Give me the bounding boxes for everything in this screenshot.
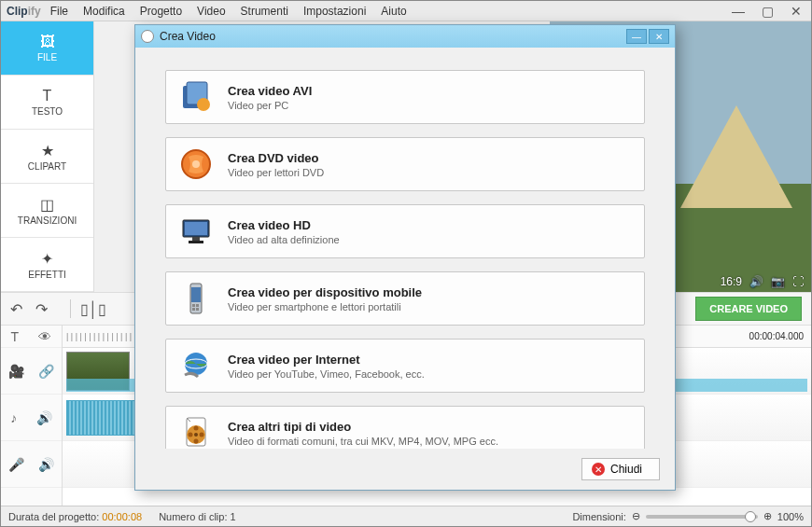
music-track-icon[interactable]: ♪ <box>10 410 17 425</box>
dialog-window-controls: — ✕ <box>626 29 669 44</box>
hd-monitor-icon <box>179 215 213 248</box>
window-controls: — ▢ ✕ <box>728 4 805 19</box>
volume-icon[interactable]: 🔊 <box>749 275 763 288</box>
menu-aiuto[interactable]: Aiuto <box>381 5 406 18</box>
statusbar-right: Dimensioni: ⊖ ⊕ 100% <box>572 510 804 522</box>
option-title: Crea video HD <box>228 218 340 232</box>
redo-button[interactable]: ↷ <box>35 300 48 318</box>
fullscreen-icon[interactable]: ⛶ <box>792 275 804 288</box>
mobile-icon <box>179 282 213 315</box>
dialog-close-button[interactable]: ✕ <box>649 29 669 44</box>
visibility-icon[interactable]: 👁 <box>38 329 51 344</box>
mic-track-icon[interactable]: 🎤 <box>8 457 24 472</box>
svg-rect-12 <box>192 237 200 241</box>
timeline-end-time: 00:00:04.000 <box>749 326 804 348</box>
video-track-controls: 🎥 🔗 <box>1 348 62 395</box>
sidebar-tab-file[interactable]: 🖼 FILE <box>1 21 93 76</box>
sidebar-tab-label: TRANSIZIONI <box>18 215 77 226</box>
dialog-minimize-button[interactable]: — <box>626 29 647 44</box>
left-sidebar: 🖼 FILE T TESTO ★ CLIPART ◫ TRANSIZIONI ✦ <box>1 21 94 292</box>
globe-icon <box>179 349 213 382</box>
menu-modifica[interactable]: Modifica <box>83 5 125 18</box>
option-dvd[interactable]: Crea DVD video Video per lettori DVD <box>165 137 645 191</box>
undo-button[interactable]: ↶ <box>10 300 22 318</box>
option-title: Crea DVD video <box>228 151 324 165</box>
minimize-button[interactable]: — <box>728 4 749 19</box>
close-window-button[interactable]: ✕ <box>787 4 805 19</box>
snapshot-icon[interactable]: 📷 <box>771 275 785 288</box>
menu-progetto[interactable]: Progetto <box>140 5 182 18</box>
timeline-left: T 👁 🎥 🔗 ♪ 🔊 🎤 🔊 <box>1 326 63 506</box>
zoom-in-button[interactable]: ⊕ <box>763 510 772 522</box>
preview-controls: 16:9 🔊 📷 ⛶ <box>721 275 804 288</box>
mute-icon[interactable]: 🔊 <box>38 457 54 472</box>
menu-file[interactable]: File <box>50 5 68 18</box>
dialog-close-footer-button[interactable]: ✕ Chiudi <box>581 458 660 480</box>
sidebar-tab-transizioni[interactable]: ◫ TRANSIZIONI <box>1 184 93 238</box>
option-subtitle: Video ad alta definizione <box>228 234 340 245</box>
statusbar: Durata del progetto: 00:00:08 Numero di … <box>1 506 811 526</box>
menu-strumenti[interactable]: Strumenti <box>241 5 288 18</box>
clip-count: Numero di clip: 1 <box>159 511 236 522</box>
svg-rect-16 <box>192 304 195 307</box>
sidebar-tab-effetti[interactable]: ✦ EFFETTI <box>1 238 93 292</box>
option-mobile[interactable]: Crea video per dispositivo mobile Video … <box>165 271 645 326</box>
option-subtitle: Video per PC <box>228 100 312 111</box>
dialog-body: Crea video AVI Video per PC Crea DVD vid… <box>135 48 675 449</box>
sidebar-tab-label: CLIPART <box>28 161 66 172</box>
svg-rect-13 <box>189 241 203 243</box>
close-button-label: Chiudi <box>610 463 642 476</box>
svg-point-27 <box>189 433 193 437</box>
dimensions-label: Dimensioni: <box>572 511 625 522</box>
sidebar-tab-testo[interactable]: T TESTO <box>1 76 93 130</box>
audio-track-controls: ♪ 🔊 <box>1 395 62 441</box>
image-icon: 🖼 <box>40 34 55 50</box>
menu-impostazioni[interactable]: Impostazioni <box>303 5 366 18</box>
timeline-head-controls: T 👁 <box>1 326 62 348</box>
option-other[interactable]: Crea altri tipi di video Video di format… <box>165 406 645 449</box>
option-title: Crea video AVI <box>228 84 312 98</box>
create-video-dialog: Crea Video — ✕ Crea video AVI Video per … <box>134 24 676 491</box>
option-subtitle: Video per lettori DVD <box>228 167 324 178</box>
aspect-ratio-label[interactable]: 16:9 <box>721 275 742 288</box>
transition-icon: ◫ <box>40 196 54 214</box>
mute-icon[interactable]: 🔊 <box>36 410 52 425</box>
mic-track-controls: 🎤 🔊 <box>1 441 62 488</box>
option-internet[interactable]: Crea video per Internet Video per YouTub… <box>165 339 645 393</box>
option-avi[interactable]: Crea video AVI Video per PC <box>165 70 645 124</box>
svg-point-25 <box>200 433 204 437</box>
create-video-button[interactable]: CREARE VIDEO <box>695 297 802 321</box>
svg-rect-15 <box>191 287 201 302</box>
dialog-icon <box>141 30 154 43</box>
video-track-icon[interactable]: 🎥 <box>8 364 24 379</box>
zoom-slider[interactable] <box>646 515 758 519</box>
project-duration: Durata del progetto: 00:00:08 <box>8 511 142 522</box>
dvd-icon <box>179 147 213 181</box>
text-icon: T <box>43 88 52 104</box>
maximize-button[interactable]: ▢ <box>758 4 777 19</box>
sidebar-tab-clipart[interactable]: ★ CLIPART <box>1 130 93 184</box>
zoom-out-button[interactable]: ⊖ <box>632 510 640 522</box>
film-reel-icon <box>179 416 213 449</box>
svg-point-28 <box>194 433 198 437</box>
option-hd[interactable]: Crea video HD Video ad alta definizione <box>165 204 645 258</box>
menu-video[interactable]: Video <box>197 5 225 18</box>
svg-point-6 <box>197 98 210 111</box>
menubar: Clipify File Modifica Progetto Video Str… <box>1 1 811 21</box>
option-subtitle: Video per smartphone e lettori portatili <box>228 301 422 312</box>
text-track-icon[interactable]: T <box>11 329 20 344</box>
sidebar-tab-label: TESTO <box>32 106 63 117</box>
option-title: Crea altri tipi di video <box>228 420 498 434</box>
dialog-title: Crea Video <box>160 30 216 43</box>
zoom-value: 100% <box>777 511 804 522</box>
option-title: Crea video per Internet <box>228 353 425 367</box>
link-icon[interactable]: 🔗 <box>38 364 54 379</box>
svg-rect-17 <box>196 304 199 307</box>
option-title: Crea video per dispositivo mobile <box>228 285 422 299</box>
svg-rect-11 <box>185 222 207 235</box>
dialog-titlebar[interactable]: Crea Video — ✕ <box>135 25 675 48</box>
app-logo: Clipify <box>7 5 41 18</box>
svg-point-24 <box>194 426 199 431</box>
effects-icon: ✦ <box>41 250 53 268</box>
split-button[interactable]: ▯│▯ <box>80 300 106 318</box>
